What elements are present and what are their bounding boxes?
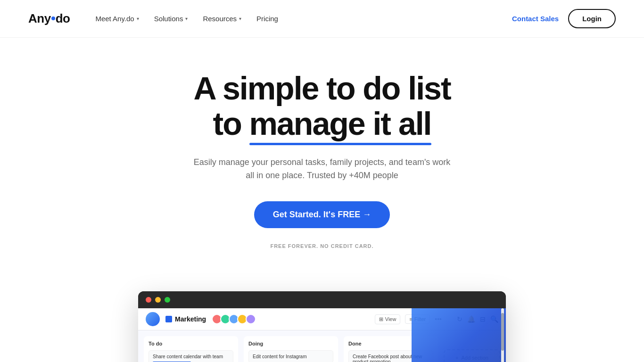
hero-section: A simple to do list to manage it all Eas… [0,38,644,362]
navbar: Anydo Meet Any.do ▾ Solutions ▾ Resource… [0,0,644,38]
browser-bar [138,291,506,308]
hero-title-line1: A simple to do list [193,70,450,106]
kanban-column-todo: To do Share content calendar with team C… [144,336,238,362]
avatar [146,312,160,326]
card-text: Share content calendar with team [153,354,223,359]
kanban-card: Edit content for Instagram [248,350,333,362]
logo-text-any: Any [28,11,51,26]
logo[interactable]: Anydo [28,11,70,26]
hero-content: A simple to do list to manage it all Eas… [157,38,487,291]
contact-sales-link[interactable]: Contact Sales [512,15,559,23]
kanban-board: To do Share content calendar with team C… [138,330,506,362]
chevron-down-icon: ▾ [137,16,139,21]
project-name: Marketing [165,315,206,323]
logo-text-do: do [56,11,70,26]
nav-links: Meet Any.do ▾ Solutions ▾ Resources ▾ Pr… [89,11,512,26]
nav-pricing[interactable]: Pricing [250,11,285,26]
kanban-col-header-todo: To do [149,341,233,346]
browser-close-dot [146,297,151,303]
team-avatars [212,314,256,324]
login-button[interactable]: Login [568,9,616,28]
kanban-col-header-doing: Doing [248,341,333,346]
nav-pricing-label: Pricing [256,15,278,23]
cta-button[interactable]: Get Started. It's FREE → [254,201,390,228]
kanban-column-doing: Doing Edit content for Instagram Brainst… [244,336,338,362]
hero-subtitle: Easily manage your personal tasks, famil… [190,156,454,183]
hero-title: A simple to do list to manage it all [166,71,478,141]
nav-solutions-label: Solutions [154,15,183,23]
nav-resources-label: Resources [203,15,237,23]
app-background-gradient [412,308,506,362]
cta-subtext: FREE FOREVER. NO CREDIT CARD. [166,243,478,249]
nav-meet[interactable]: Meet Any.do ▾ [89,11,145,26]
nav-actions: Contact Sales Login [512,9,616,28]
hero-title-underline: manage it all [249,106,431,141]
chart-icon [165,316,172,322]
scrollbar[interactable] [501,308,504,362]
view-button[interactable]: ⊞ View [375,314,401,324]
logo-dot [51,16,55,20]
app-preview-container: Marketing ⊞ View [0,291,644,362]
hero-title-line2-prefix: to [213,106,249,141]
browser-maximize-dot [165,297,170,303]
chevron-down-icon: ▾ [185,16,188,21]
project-name-label: Marketing [175,315,206,323]
nav-meet-label: Meet Any.do [95,15,134,23]
card-text: Edit content for Instagram [253,354,307,359]
browser-mockup: Marketing ⊞ View [138,291,506,362]
view-icon: ⊞ [379,316,383,322]
view-label: View [385,316,396,322]
nav-resources[interactable]: Resources ▾ [196,11,248,26]
team-avatar-5 [246,314,256,324]
chevron-down-icon: ▾ [239,16,241,21]
kanban-card: Share content calendar with team [149,350,233,362]
browser-content: Marketing ⊞ View [138,308,506,362]
nav-solutions[interactable]: Solutions ▾ [148,11,195,26]
browser-minimize-dot [155,297,161,303]
scrollbar-thumb[interactable] [501,313,504,351]
